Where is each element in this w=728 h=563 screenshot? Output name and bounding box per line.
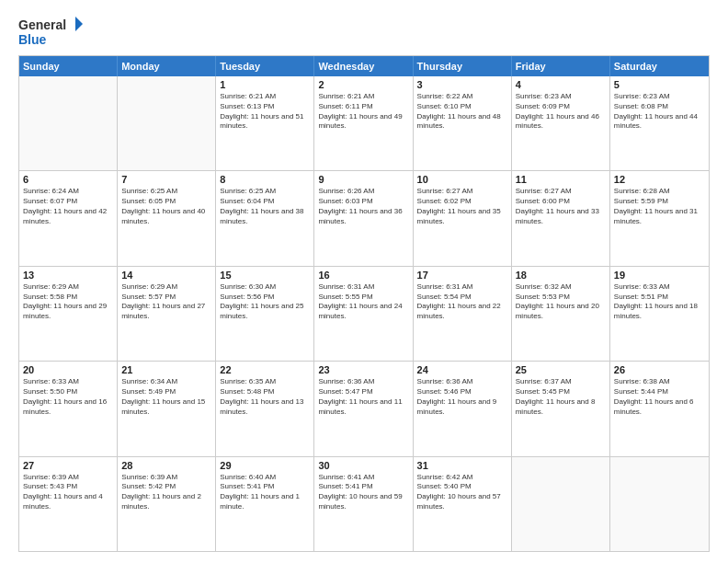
calendar-cell: 28Sunrise: 6:39 AM Sunset: 5:42 PM Dayli… bbox=[118, 457, 216, 551]
day-info: Sunrise: 6:28 AM Sunset: 5:59 PM Dayligh… bbox=[614, 187, 705, 226]
calendar-row: 20Sunrise: 6:33 AM Sunset: 5:50 PM Dayli… bbox=[19, 362, 709, 456]
day-number: 8 bbox=[220, 174, 310, 185]
day-number: 6 bbox=[23, 174, 113, 185]
calendar-cell: 16Sunrise: 6:31 AM Sunset: 5:55 PM Dayli… bbox=[314, 267, 413, 361]
day-info: Sunrise: 6:39 AM Sunset: 5:42 PM Dayligh… bbox=[121, 473, 211, 512]
header: GeneralBlue bbox=[18, 15, 710, 48]
calendar-cell: 19Sunrise: 6:33 AM Sunset: 5:51 PM Dayli… bbox=[610, 267, 709, 361]
day-number: 20 bbox=[23, 364, 113, 375]
day-info: Sunrise: 6:25 AM Sunset: 6:05 PM Dayligh… bbox=[121, 187, 211, 226]
calendar-cell: 20Sunrise: 6:33 AM Sunset: 5:50 PM Dayli… bbox=[19, 362, 118, 455]
header-cell-wednesday: Wednesday bbox=[314, 56, 413, 76]
calendar-cell: 22Sunrise: 6:35 AM Sunset: 5:48 PM Dayli… bbox=[216, 362, 314, 455]
day-number: 3 bbox=[417, 79, 507, 90]
header-cell-sunday: Sunday bbox=[19, 56, 118, 76]
day-number: 17 bbox=[417, 270, 507, 281]
day-info: Sunrise: 6:29 AM Sunset: 5:58 PM Dayligh… bbox=[23, 282, 113, 322]
calendar-row: 13Sunrise: 6:29 AM Sunset: 5:58 PM Dayli… bbox=[19, 267, 709, 362]
calendar-cell: 5Sunrise: 6:23 AM Sunset: 6:08 PM Daylig… bbox=[610, 76, 709, 170]
logo-svg: GeneralBlue bbox=[18, 15, 83, 48]
day-number: 12 bbox=[614, 174, 705, 185]
day-info: Sunrise: 6:34 AM Sunset: 5:49 PM Dayligh… bbox=[121, 377, 211, 417]
day-info: Sunrise: 6:40 AM Sunset: 5:41 PM Dayligh… bbox=[220, 473, 310, 512]
day-info: Sunrise: 6:32 AM Sunset: 5:53 PM Dayligh… bbox=[516, 282, 606, 322]
day-info: Sunrise: 6:26 AM Sunset: 6:03 PM Dayligh… bbox=[318, 187, 408, 226]
calendar-cell: 6Sunrise: 6:24 AM Sunset: 6:07 PM Daylig… bbox=[19, 171, 118, 265]
calendar-cell: 3Sunrise: 6:22 AM Sunset: 6:10 PM Daylig… bbox=[414, 76, 512, 170]
calendar: SundayMondayTuesdayWednesdayThursdayFrid… bbox=[18, 55, 710, 552]
day-info: Sunrise: 6:21 AM Sunset: 6:11 PM Dayligh… bbox=[318, 92, 408, 132]
calendar-cell: 25Sunrise: 6:37 AM Sunset: 5:45 PM Dayli… bbox=[512, 362, 610, 455]
calendar-cell: 26Sunrise: 6:38 AM Sunset: 5:44 PM Dayli… bbox=[610, 362, 709, 455]
calendar-row: 27Sunrise: 6:39 AM Sunset: 5:43 PM Dayli… bbox=[19, 457, 709, 551]
calendar-cell: 12Sunrise: 6:28 AM Sunset: 5:59 PM Dayli… bbox=[610, 171, 709, 265]
calendar-cell: 4Sunrise: 6:23 AM Sunset: 6:09 PM Daylig… bbox=[512, 76, 610, 170]
day-number: 21 bbox=[121, 364, 211, 375]
day-number: 19 bbox=[614, 270, 705, 281]
day-number: 15 bbox=[220, 270, 310, 281]
day-number: 14 bbox=[121, 270, 211, 281]
day-info: Sunrise: 6:37 AM Sunset: 5:45 PM Dayligh… bbox=[516, 377, 606, 417]
day-number: 16 bbox=[318, 270, 408, 281]
day-info: Sunrise: 6:29 AM Sunset: 5:57 PM Dayligh… bbox=[121, 282, 211, 322]
day-number: 24 bbox=[417, 364, 507, 375]
calendar-cell: 15Sunrise: 6:30 AM Sunset: 5:56 PM Dayli… bbox=[216, 267, 314, 361]
day-info: Sunrise: 6:27 AM Sunset: 6:02 PM Dayligh… bbox=[417, 187, 507, 226]
svg-text:General: General bbox=[18, 17, 66, 32]
logo: GeneralBlue bbox=[18, 15, 83, 48]
day-number: 1 bbox=[220, 79, 310, 90]
day-number: 13 bbox=[23, 270, 113, 281]
day-info: Sunrise: 6:41 AM Sunset: 5:41 PM Dayligh… bbox=[318, 473, 408, 512]
calendar-cell: 21Sunrise: 6:34 AM Sunset: 5:49 PM Dayli… bbox=[118, 362, 216, 455]
day-info: Sunrise: 6:23 AM Sunset: 6:09 PM Dayligh… bbox=[516, 92, 606, 132]
calendar-cell: 30Sunrise: 6:41 AM Sunset: 5:41 PM Dayli… bbox=[314, 457, 413, 551]
day-info: Sunrise: 6:39 AM Sunset: 5:43 PM Dayligh… bbox=[23, 473, 113, 512]
page: GeneralBlue SundayMondayTuesdayWednesday… bbox=[0, 0, 728, 563]
calendar-cell: 14Sunrise: 6:29 AM Sunset: 5:57 PM Dayli… bbox=[118, 267, 216, 361]
calendar-cell: 9Sunrise: 6:26 AM Sunset: 6:03 PM Daylig… bbox=[314, 171, 413, 265]
day-info: Sunrise: 6:33 AM Sunset: 5:50 PM Dayligh… bbox=[23, 377, 113, 417]
day-number: 11 bbox=[516, 174, 606, 185]
header-cell-saturday: Saturday bbox=[610, 56, 709, 76]
day-info: Sunrise: 6:24 AM Sunset: 6:07 PM Dayligh… bbox=[23, 187, 113, 226]
day-info: Sunrise: 6:38 AM Sunset: 5:44 PM Dayligh… bbox=[614, 377, 705, 417]
day-info: Sunrise: 6:36 AM Sunset: 5:47 PM Dayligh… bbox=[318, 377, 408, 417]
day-number: 10 bbox=[417, 174, 507, 185]
day-number: 26 bbox=[614, 364, 705, 375]
calendar-cell: 11Sunrise: 6:27 AM Sunset: 6:00 PM Dayli… bbox=[512, 171, 610, 265]
day-info: Sunrise: 6:33 AM Sunset: 5:51 PM Dayligh… bbox=[614, 282, 705, 322]
calendar-cell: 2Sunrise: 6:21 AM Sunset: 6:11 PM Daylig… bbox=[314, 76, 413, 170]
header-cell-friday: Friday bbox=[512, 56, 610, 76]
day-info: Sunrise: 6:25 AM Sunset: 6:04 PM Dayligh… bbox=[220, 187, 310, 226]
svg-marker-2 bbox=[75, 17, 83, 31]
day-number: 30 bbox=[318, 460, 408, 471]
calendar-cell: 23Sunrise: 6:36 AM Sunset: 5:47 PM Dayli… bbox=[314, 362, 413, 455]
day-number: 25 bbox=[516, 364, 606, 375]
day-number: 23 bbox=[318, 364, 408, 375]
calendar-cell bbox=[512, 457, 610, 551]
calendar-cell: 1Sunrise: 6:21 AM Sunset: 6:13 PM Daylig… bbox=[216, 76, 314, 170]
svg-text:Blue: Blue bbox=[18, 32, 47, 47]
header-cell-tuesday: Tuesday bbox=[216, 56, 314, 76]
calendar-cell: 13Sunrise: 6:29 AM Sunset: 5:58 PM Dayli… bbox=[19, 267, 118, 361]
day-info: Sunrise: 6:30 AM Sunset: 5:56 PM Dayligh… bbox=[220, 282, 310, 322]
day-info: Sunrise: 6:27 AM Sunset: 6:00 PM Dayligh… bbox=[516, 187, 606, 226]
header-cell-monday: Monday bbox=[118, 56, 216, 76]
day-number: 22 bbox=[220, 364, 310, 375]
calendar-body: 1Sunrise: 6:21 AM Sunset: 6:13 PM Daylig… bbox=[19, 76, 709, 551]
calendar-cell bbox=[118, 76, 216, 170]
calendar-cell: 24Sunrise: 6:36 AM Sunset: 5:46 PM Dayli… bbox=[414, 362, 512, 455]
day-number: 4 bbox=[516, 79, 606, 90]
calendar-cell: 8Sunrise: 6:25 AM Sunset: 6:04 PM Daylig… bbox=[216, 171, 314, 265]
calendar-cell: 27Sunrise: 6:39 AM Sunset: 5:43 PM Dayli… bbox=[19, 457, 118, 551]
header-cell-thursday: Thursday bbox=[414, 56, 512, 76]
day-number: 7 bbox=[121, 174, 211, 185]
day-number: 9 bbox=[318, 174, 408, 185]
calendar-row: 6Sunrise: 6:24 AM Sunset: 6:07 PM Daylig… bbox=[19, 171, 709, 266]
day-info: Sunrise: 6:36 AM Sunset: 5:46 PM Dayligh… bbox=[417, 377, 507, 417]
day-number: 27 bbox=[23, 460, 113, 471]
calendar-cell: 10Sunrise: 6:27 AM Sunset: 6:02 PM Dayli… bbox=[414, 171, 512, 265]
calendar-cell: 31Sunrise: 6:42 AM Sunset: 5:40 PM Dayli… bbox=[414, 457, 512, 551]
day-number: 28 bbox=[121, 460, 211, 471]
day-info: Sunrise: 6:21 AM Sunset: 6:13 PM Dayligh… bbox=[220, 92, 310, 132]
